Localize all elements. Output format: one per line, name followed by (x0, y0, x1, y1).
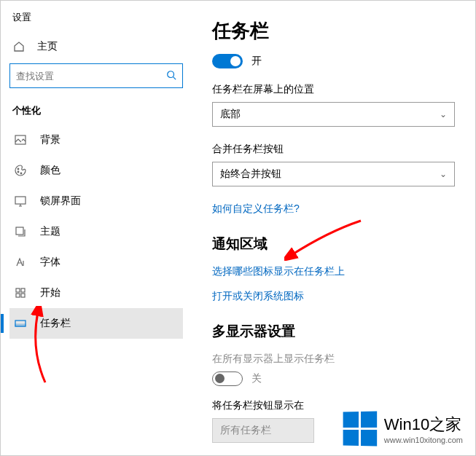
start-icon (14, 286, 27, 299)
home-label: 主页 (37, 40, 58, 53)
fonts-icon (14, 256, 27, 269)
watermark-title: Win10之家 (384, 414, 463, 436)
system-icons-link[interactable]: 打开或关闭系统图标 (212, 290, 455, 303)
app-title: 设置 (9, 11, 183, 24)
combine-label: 合并任务栏按钮 (212, 143, 455, 156)
svg-rect-8 (21, 288, 25, 292)
chevron-down-icon: ⌄ (440, 109, 447, 119)
windows-logo-icon (343, 412, 377, 447)
nav-item-themes[interactable]: 主题 (9, 216, 183, 247)
home-icon (12, 40, 26, 53)
svg-rect-9 (16, 294, 20, 297)
nav-item-colors[interactable]: 颜色 (9, 155, 183, 186)
search-icon (166, 70, 176, 82)
nav-label: 背景 (40, 133, 61, 146)
nav-item-background[interactable]: 背景 (9, 125, 183, 155)
watermark-url: www.win10xitong.com (384, 436, 463, 444)
svg-point-2 (17, 168, 19, 170)
themes-icon (14, 225, 27, 238)
palette-icon (14, 164, 27, 177)
position-label: 任务栏在屏幕上的位置 (212, 83, 455, 96)
svg-point-4 (20, 173, 22, 174)
combine-select[interactable]: 始终合并按钮 ⌄ (212, 162, 455, 186)
multi-monitor-title: 多显示器设置 (212, 322, 455, 341)
nav-label: 颜色 (40, 164, 61, 177)
position-select[interactable]: 底部 ⌄ (212, 102, 455, 127)
nav-label: 任务栏 (40, 317, 71, 330)
notification-area-title: 通知区域 (212, 235, 455, 253)
nav-label: 锁屏界面 (40, 194, 81, 208)
svg-rect-10 (21, 294, 25, 297)
watermark: Win10之家 www.win10xitong.com (343, 412, 463, 446)
search-input[interactable] (16, 71, 166, 82)
svg-rect-5 (15, 197, 26, 204)
image-icon (14, 133, 27, 146)
multi-toggle-label: 在所有显示器上显示任务栏 (212, 353, 455, 366)
show-on-value: 所有任务栏 (220, 424, 271, 437)
svg-rect-6 (16, 227, 23, 235)
nav-label: 主题 (40, 225, 61, 238)
svg-rect-12 (15, 324, 26, 326)
toggle-state-label: 开 (251, 55, 262, 68)
toggle-multi-state: 关 (251, 372, 262, 385)
toggle-multi-monitor[interactable] (212, 372, 243, 386)
svg-rect-7 (16, 288, 20, 292)
customize-link[interactable]: 如何自定义任务栏? (212, 203, 455, 216)
nav-home[interactable]: 主页 (9, 36, 183, 63)
taskbar-icon (14, 317, 27, 330)
svg-point-3 (17, 171, 19, 173)
section-label: 个性化 (9, 104, 183, 125)
position-value: 底部 (220, 108, 241, 121)
show-on-select: 所有任务栏 (212, 418, 314, 443)
nav-label: 开始 (40, 286, 61, 299)
search-box[interactable] (9, 63, 183, 88)
nav-item-lockscreen[interactable]: 锁屏界面 (9, 186, 183, 216)
svg-point-0 (168, 71, 174, 77)
page-title: 任务栏 (212, 18, 455, 44)
nav-item-start[interactable]: 开始 (9, 278, 183, 308)
nav-item-fonts[interactable]: 字体 (9, 247, 183, 278)
lockscreen-icon (14, 194, 27, 208)
toggle-main[interactable] (212, 54, 243, 68)
combine-value: 始终合并按钮 (220, 168, 281, 181)
nav-label: 字体 (40, 256, 61, 269)
select-icons-link[interactable]: 选择哪些图标显示在任务栏上 (212, 265, 455, 278)
nav-item-taskbar[interactable]: 任务栏 (9, 308, 183, 339)
show-on-label: 将任务栏按钮显示在 (212, 399, 455, 412)
chevron-down-icon: ⌄ (440, 169, 447, 179)
